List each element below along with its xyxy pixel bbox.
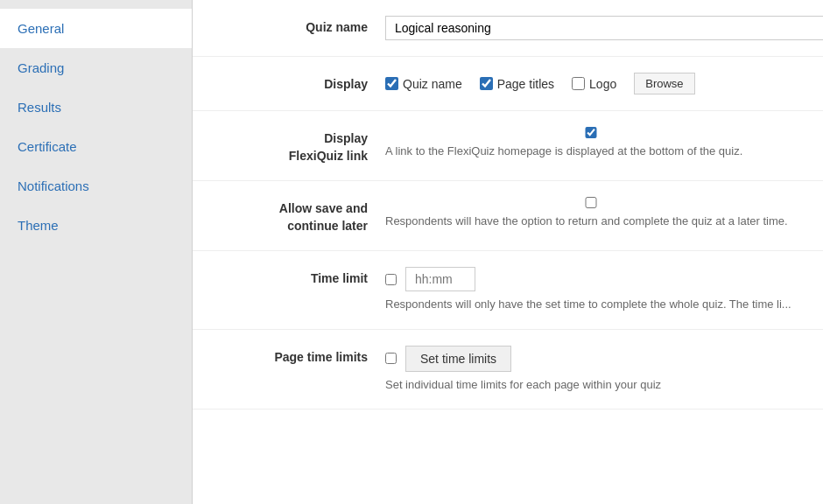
sidebar: General Grading Results Certificate Noti… bbox=[0, 0, 193, 504]
main-content: Quiz name Display Quiz name Page titles bbox=[193, 0, 823, 504]
set-time-limits-button[interactable]: Set time limits bbox=[405, 346, 511, 372]
logo-option[interactable]: Logo bbox=[572, 77, 616, 91]
flexiquiz-link-row: Display FlexiQuiz link A link to the Fle… bbox=[193, 111, 823, 181]
flexiquiz-control: A link to the FlexiQuiz homepage is disp… bbox=[385, 127, 797, 159]
time-limit-checkbox[interactable] bbox=[385, 274, 397, 285]
quiz-name-control bbox=[385, 16, 823, 40]
allow-save-description: Respondents will have the option to retu… bbox=[385, 214, 797, 229]
page-time-limits-row: Page time limits Set time limits Set ind… bbox=[193, 330, 823, 410]
quiz-name-option[interactable]: Quiz name bbox=[385, 77, 462, 91]
flexiquiz-link-checkbox[interactable] bbox=[385, 127, 797, 138]
page-time-limits-description: Set individual time limits for each page… bbox=[385, 377, 797, 393]
display-options: Quiz name Page titles Logo Browse bbox=[385, 73, 797, 94]
sidebar-item-grading[interactable]: Grading bbox=[0, 48, 192, 88]
allow-save-row: Allow save and continue later Respondent… bbox=[193, 181, 823, 251]
allow-save-control: Respondents will have the option to retu… bbox=[385, 197, 797, 229]
page-time-limits-checkbox[interactable] bbox=[385, 353, 397, 364]
quiz-name-checkbox[interactable] bbox=[385, 77, 398, 90]
time-limit-description: Respondents will only have the set time … bbox=[385, 297, 797, 312]
sidebar-item-theme[interactable]: Theme bbox=[0, 206, 192, 245]
quiz-name-input[interactable] bbox=[385, 16, 823, 40]
logo-checkbox[interactable] bbox=[572, 77, 585, 90]
page-titles-option[interactable]: Page titles bbox=[480, 77, 554, 91]
flexiquiz-link-label: Display FlexiQuiz link bbox=[210, 127, 385, 164]
display-label: Display bbox=[210, 73, 385, 94]
page-time-inner: Set time limits bbox=[385, 346, 797, 372]
allow-save-label: Allow save and continue later bbox=[210, 197, 385, 234]
sidebar-item-general[interactable]: General bbox=[0, 9, 192, 48]
page-time-control: Set time limits Set individual time limi… bbox=[385, 346, 797, 393]
sidebar-item-results[interactable]: Results bbox=[0, 88, 192, 127]
sidebar-item-notifications[interactable]: Notifications bbox=[0, 166, 192, 206]
sidebar-item-certificate[interactable]: Certificate bbox=[0, 127, 192, 166]
allow-save-checkbox[interactable] bbox=[385, 197, 797, 208]
time-limit-input[interactable] bbox=[405, 267, 475, 291]
time-limit-inner bbox=[385, 267, 797, 291]
page-titles-checkbox[interactable] bbox=[480, 77, 493, 90]
page-time-limits-label: Page time limits bbox=[210, 346, 385, 367]
display-control: Quiz name Page titles Logo Browse bbox=[385, 73, 797, 94]
time-limit-row: Time limit Respondents will only have th… bbox=[193, 251, 823, 329]
time-limit-label: Time limit bbox=[210, 267, 385, 288]
quiz-name-label: Quiz name bbox=[210, 16, 385, 37]
quiz-name-row: Quiz name bbox=[193, 0, 823, 57]
time-limit-control: Respondents will only have the set time … bbox=[385, 267, 797, 312]
display-row: Display Quiz name Page titles Logo Brows… bbox=[193, 57, 823, 111]
browse-button[interactable]: Browse bbox=[634, 73, 694, 94]
flexiquiz-link-description: A link to the FlexiQuiz homepage is disp… bbox=[385, 144, 797, 159]
